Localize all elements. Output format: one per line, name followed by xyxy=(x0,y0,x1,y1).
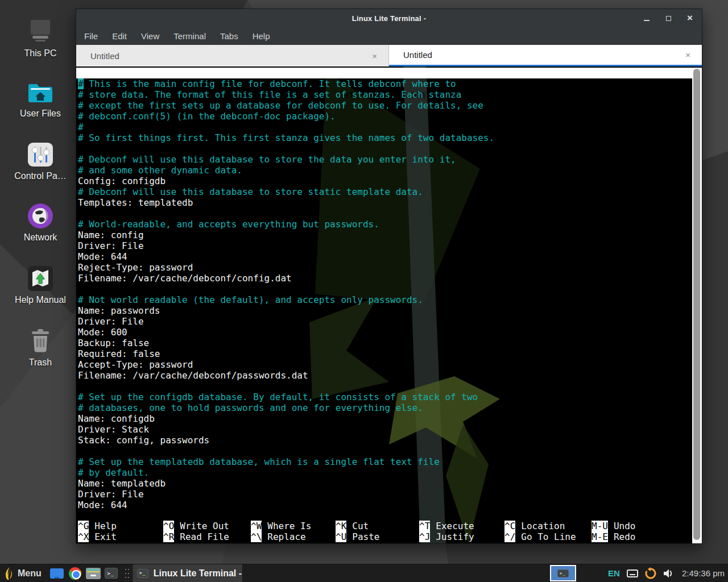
nano-shortcut-label: Go To Line xyxy=(521,531,576,542)
file-manager-icon xyxy=(50,568,64,579)
help-manual-icon xyxy=(9,264,72,293)
file-manager-launcher[interactable] xyxy=(48,566,65,581)
tab-bar: Untitled × Untitled × xyxy=(76,45,702,66)
maximize-icon xyxy=(666,16,671,21)
nano-shortcut-label: Exit xyxy=(94,531,117,542)
tab-untitled-1[interactable]: Untitled × xyxy=(76,45,389,66)
menu-tabs[interactable]: Tabs xyxy=(220,31,238,41)
desktop-icon-label: Trash xyxy=(9,357,72,368)
nano-text-line: Filename: /var/cache/debconf/passwords.d… xyxy=(78,370,692,381)
nano-shortcut-column: ^KCut^UPaste xyxy=(336,521,379,542)
volume-icon[interactable] xyxy=(663,568,675,579)
system-tray: >_ EN 2:49:36 pm xyxy=(550,565,728,581)
nano-comment-line: # Set up the configdb database. By defau… xyxy=(78,392,692,402)
nano-comment-line: # Debconf will use this database to stor… xyxy=(78,154,692,165)
nano-shortcut-key: ^O xyxy=(163,521,174,531)
network-globe-icon xyxy=(9,201,72,231)
menu-file[interactable]: File xyxy=(84,31,98,41)
nano-shortcut-label: Justify xyxy=(436,531,474,542)
keyboard-layout-icon[interactable] xyxy=(627,569,638,577)
scrollbar-thumb[interactable] xyxy=(693,69,700,540)
nano-shortcut-label: Undo xyxy=(614,521,636,531)
desktop-icon-control-panel[interactable]: Control Pa… xyxy=(9,140,72,181)
nano-shortcut-label: Where Is xyxy=(267,521,311,531)
nano-shortcut-key: ^W xyxy=(251,521,262,531)
menu-terminal[interactable]: Terminal xyxy=(173,31,206,41)
language-indicator[interactable]: EN xyxy=(608,568,620,578)
nano-text-line: Name: passwords xyxy=(78,305,692,316)
taskbar: Menu >_ >_ Linux Lite Terminal - >_ EN xyxy=(0,564,728,582)
nano-shortcut-label: Redo xyxy=(614,531,636,542)
window-titlebar[interactable]: Linux Lite Terminal - × xyxy=(76,9,702,27)
taskbar-window-button[interactable]: >_ Linux Lite Terminal - xyxy=(133,564,243,582)
nano-shortcut-label: Location xyxy=(521,521,565,531)
nano-text-line xyxy=(78,284,692,294)
nano-text-line: Templates: templatedb xyxy=(78,197,692,208)
nano-text-line: Reject-Type: password xyxy=(78,262,692,273)
nano-text-line: Driver: File xyxy=(78,316,692,327)
desktop-icon-user-files[interactable]: User Files xyxy=(9,77,72,119)
nano-comment-line: # Debconf will use this database to stor… xyxy=(78,186,692,197)
menu-button[interactable]: Menu xyxy=(0,564,48,582)
terminal-content[interactable]: GNU nano 7.2 /etc/debconf.conf # This is… xyxy=(76,66,702,543)
maximize-button[interactable] xyxy=(664,14,672,22)
nano-text-line xyxy=(78,446,692,456)
desktop-icon-this-pc[interactable]: This PC xyxy=(9,17,72,59)
workspace-pager[interactable]: >_ xyxy=(550,565,576,581)
nano-shortcut-label: Read File xyxy=(180,531,229,542)
nano-text-line xyxy=(78,381,692,392)
nano-shortcut-label: Cut xyxy=(352,521,369,531)
nano-shortcut-column: ^OWrite Out^RRead File xyxy=(163,521,229,542)
menu-edit[interactable]: Edit xyxy=(112,31,127,41)
close-icon: × xyxy=(687,14,693,22)
tab-untitled-2[interactable]: Untitled × xyxy=(389,45,702,66)
menu-view[interactable]: View xyxy=(141,31,159,41)
menu-bar: FileEditViewTerminalTabsHelp xyxy=(76,27,702,45)
nano-cursor: # xyxy=(78,78,84,89)
taskbar-window-label: Linux Lite Terminal - xyxy=(154,568,242,579)
clock[interactable]: 2:49:36 pm xyxy=(682,568,725,578)
nano-shortcut-key: M-E xyxy=(592,531,608,542)
nano-comment-line: # Set up the templatedb database, which … xyxy=(78,456,692,467)
close-button[interactable]: × xyxy=(686,14,694,22)
nano-comment-line: # by default. xyxy=(78,467,692,478)
nano-shortcut-key: M-U xyxy=(592,521,608,531)
nano-shortcut-column: M-UUndoM-ERedo xyxy=(592,521,635,542)
nano-text-line: Mode: 600 xyxy=(78,327,692,338)
tab-close-icon[interactable]: × xyxy=(372,51,377,61)
panel-separator[interactable] xyxy=(125,569,130,578)
nano-comment-line: # World-readable, and accepts everything… xyxy=(78,219,692,230)
nano-comment-line: # and some other dynamic data. xyxy=(78,165,692,176)
terminal-icon: >_ xyxy=(137,569,148,578)
terminal-window: Linux Lite Terminal - × FileEditViewTerm… xyxy=(76,9,702,544)
nano-text-line: Name: config xyxy=(78,230,692,240)
updates-icon[interactable] xyxy=(644,567,657,580)
archive-launcher[interactable] xyxy=(85,566,102,581)
nano-text-line: Accept-Type: password xyxy=(78,359,692,370)
desktop-icon-trash[interactable]: Trash xyxy=(9,326,72,368)
menu-button-label: Menu xyxy=(18,568,42,579)
desktop-icon-help-manual[interactable]: Help Manual xyxy=(9,264,72,305)
desktop-icon-network[interactable]: Network xyxy=(9,201,72,243)
nano-shortcut-key: ^\ xyxy=(251,531,262,542)
nano-shortcut-key: ^J xyxy=(419,531,430,542)
tab-label: Untitled xyxy=(389,50,432,60)
minimize-button[interactable] xyxy=(643,14,651,22)
desktop-icon-label: Control Pa… xyxy=(9,171,72,181)
nano-shortcut-label: Help xyxy=(94,521,117,531)
nano-text-line: Driver: File xyxy=(78,489,692,500)
nano-shortcut-column: ^CLocation^/Go To Line xyxy=(504,521,576,542)
nano-comment-line: # So first things first. This first stan… xyxy=(78,132,692,143)
scrollbar-track[interactable] xyxy=(692,68,702,543)
chrome-icon xyxy=(69,567,81,580)
nano-shortcut-column: ^WWhere Is^\Replace xyxy=(251,521,311,542)
nano-comment-line: # Not world readable (the default), and … xyxy=(78,294,692,305)
tab-close-icon[interactable]: × xyxy=(685,50,690,60)
nano-shortcut-key: ^C xyxy=(504,521,515,531)
menu-help[interactable]: Help xyxy=(253,31,270,41)
nano-shortcut-key: ^T xyxy=(419,521,430,531)
chrome-launcher[interactable] xyxy=(67,566,84,581)
nano-text-line: Config: configdb xyxy=(78,176,692,186)
nano-text-line xyxy=(78,143,692,154)
terminal-launcher[interactable]: >_ xyxy=(103,566,120,581)
